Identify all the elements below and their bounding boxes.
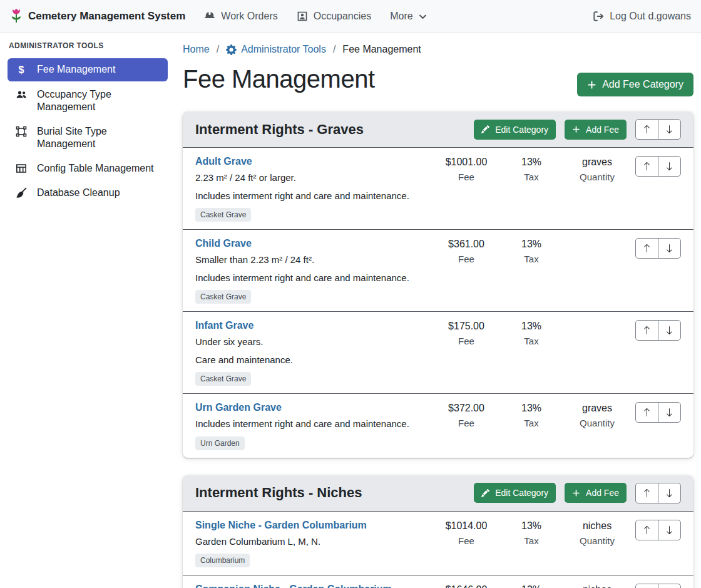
fee-tax: 13% [501,157,562,168]
fee-tax-column: 13% Tax [501,156,562,182]
category-header: Interment Rights - Niches Edit Category … [183,475,693,512]
move-fee-down-button[interactable] [658,584,681,588]
fee-description: Smaller than 2.23 m² / 24 ft². [195,254,427,266]
fee-quantity-column-empty [562,238,632,239]
fee-info: Infant Grave Under six years. Care and m… [195,320,432,386]
move-fee-up-button[interactable] [635,402,658,423]
move-fee-down-button[interactable] [658,238,681,259]
logout-button[interactable]: Log Out d.gowans [593,11,691,22]
breadcrumb-current: Fee Management [342,44,421,55]
breadcrumb-home-link[interactable]: Home [183,44,210,55]
fee-tax-label: Tax [501,254,562,264]
move-fee-up-button[interactable] [635,584,658,588]
fee-name-link[interactable]: Adult Grave [195,156,252,167]
fee-tax-column: 13% Tax [501,520,562,546]
move-fee-up-button[interactable] [635,156,658,177]
add-fee-category-label: Add Fee Category [602,79,683,90]
arrow-down-icon [665,525,674,535]
fee-amount: $361.00 [432,239,501,250]
fee-amount: $1014.00 [432,520,501,532]
fee-tax-column: 13% Tax [501,584,562,588]
fee-reorder-buttons [632,320,681,341]
sidebar-heading: ADMINISTRATOR TOOLS [0,41,175,56]
admin-sidebar: ADMINISTRATOR TOOLS $ Fee Management Occ… [0,33,175,588]
top-navbar: Cemetery Management System Work Orders O… [0,0,701,33]
move-category-up-button[interactable] [635,483,658,503]
arrow-up-icon [642,525,652,535]
sidebar-item-database-cleanup[interactable]: Database Cleanup [8,182,168,204]
edit-category-label: Edit Category [495,125,548,135]
fee-reorder-buttons [632,156,681,177]
fee-name-link[interactable]: Infant Grave [195,320,253,331]
edit-category-button[interactable]: Edit Category [474,483,556,503]
breadcrumb-separator: / [217,44,219,55]
edit-category-button[interactable]: Edit Category [474,120,556,140]
arrow-down-icon [665,326,674,335]
arrow-up-icon [642,162,652,171]
fee-amount-label: Fee [432,418,501,428]
fee-description: 2.23 m² / 24 ft² or larger. [195,172,427,184]
category-reorder-buttons [635,119,681,140]
nav-item-occupancies[interactable]: Occupancies [297,11,372,22]
breadcrumb-separator: / [333,44,335,55]
move-fee-up-button[interactable] [635,520,658,540]
add-fee-category-button[interactable]: Add Fee Category [577,73,693,96]
sidebar-item-config-table-management[interactable]: Config Table Management [8,157,168,180]
app-brand[interactable]: Cemetery Management System [10,8,185,24]
nav-item-work-orders[interactable]: Work Orders [204,11,277,22]
pencil-icon [481,125,489,133]
nav-item-label: Occupancies [314,11,372,22]
add-fee-button[interactable]: Add Fee [565,120,627,140]
sidebar-item-burial-site-type-management[interactable]: Burial Site Type Management [8,120,168,155]
sidebar-item-label: Database Cleanup [37,187,120,199]
logout-icon [593,11,604,22]
move-fee-up-button[interactable] [635,320,658,341]
fee-reorder-buttons [632,402,681,423]
fee-quantity-column: graves Quantity [562,156,632,182]
fee-amount: $372.00 [432,403,501,414]
sidebar-item-label: Config Table Management [37,162,154,175]
fee-amount-column: $372.00 Fee [432,402,501,428]
move-fee-down-button[interactable] [658,320,681,341]
fee-description: Includes interment right and care and ma… [195,418,427,430]
fee-name-link[interactable]: Companion Niche - Garden Columbarium [195,584,392,588]
plus-icon [587,80,596,90]
fee-row-urn-garden-grave: Urn Garden Grave Includes interment righ… [183,393,693,458]
move-fee-down-button[interactable] [658,520,681,540]
sidebar-item-occupancy-type-management[interactable]: Occupancy Type Management [8,83,168,118]
sidebar-item-fee-management[interactable]: $ Fee Management [8,58,168,81]
fee-quantity-label: Quantity [562,535,632,546]
move-fee-up-button[interactable] [635,238,658,259]
fee-name-link[interactable]: Child Grave [195,238,252,249]
fee-name-link[interactable]: Single Niche - Garden Columbarium [195,520,367,531]
move-category-up-button[interactable] [635,119,658,140]
fee-tax: 13% [501,403,562,414]
frame-icon [14,125,29,137]
fee-amount: $1001.00 [432,157,501,168]
add-fee-button[interactable]: Add Fee [565,483,627,503]
fee-amount-label: Fee [432,172,501,182]
move-fee-down-button[interactable] [658,156,681,177]
plus-icon [572,489,580,497]
fee-quantity-label: Quantity [562,172,632,182]
fee-type-badge: Casket Grave [195,372,251,386]
fee-description: Includes interment right and care and ma… [195,190,427,202]
arrow-down-icon [665,488,674,498]
move-category-down-button[interactable] [658,119,681,140]
fee-name-link[interactable]: Urn Garden Grave [195,402,282,413]
breadcrumb-admin-tools-link[interactable]: Administrator Tools [226,44,326,55]
people-icon [14,88,29,100]
arrow-down-icon [665,408,674,417]
edit-category-label: Edit Category [495,488,548,498]
gear-icon [226,44,237,55]
fee-row-adult-grave: Adult Grave 2.23 m² / 24 ft² or larger. … [183,148,693,229]
move-category-down-button[interactable] [658,483,681,503]
breadcrumb-label: Administrator Tools [241,44,326,55]
fee-tax: 13% [501,321,562,332]
fee-info: Child Grave Smaller than 2.23 m² / 24 ft… [195,238,432,304]
fee-row-infant-grave: Infant Grave Under six years. Care and m… [183,311,693,393]
fee-tax-label: Tax [501,418,562,428]
nav-item-more[interactable]: More [390,11,426,22]
broom-icon [14,187,29,199]
move-fee-down-button[interactable] [658,402,681,423]
